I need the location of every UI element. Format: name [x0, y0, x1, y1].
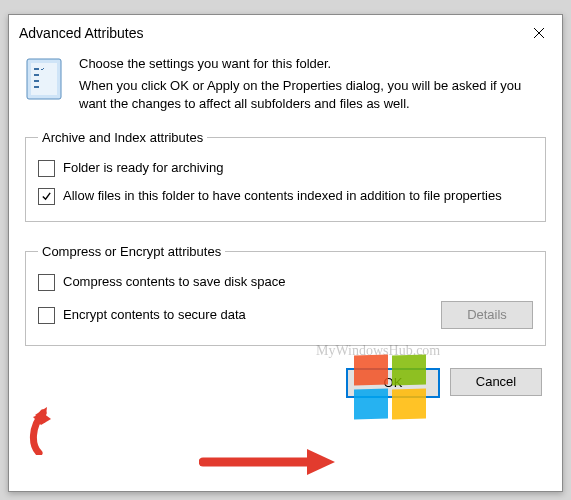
- encrypt-checkbox-label[interactable]: Encrypt contents to secure data: [63, 306, 246, 324]
- index-checkbox[interactable]: [38, 188, 55, 205]
- svg-marker-11: [307, 449, 335, 475]
- compress-checkbox[interactable]: [38, 274, 55, 291]
- compress-encrypt-group: Compress or Encrypt attributes Compress …: [25, 244, 546, 346]
- annotation-arrow-icon: [199, 447, 339, 477]
- details-button[interactable]: Details: [441, 301, 533, 329]
- svg-rect-3: [31, 63, 57, 95]
- intro-text: Choose the settings you want for this fo…: [79, 55, 546, 114]
- ok-button[interactable]: OK: [346, 368, 440, 398]
- intro-line-1: Choose the settings you want for this fo…: [79, 55, 546, 73]
- close-icon: [533, 27, 545, 39]
- window-title: Advanced Attributes: [19, 25, 144, 41]
- archive-index-group: Archive and Index attributes Folder is r…: [25, 130, 546, 222]
- svg-marker-8: [33, 413, 51, 425]
- dialog-content: Choose the settings you want for this fo…: [9, 51, 562, 410]
- archive-checkbox-row: Folder is ready for archiving: [38, 159, 533, 177]
- close-button[interactable]: [516, 15, 562, 51]
- compress-encrypt-legend: Compress or Encrypt attributes: [38, 244, 225, 259]
- index-checkbox-label[interactable]: Allow files in this folder to have conte…: [63, 187, 533, 205]
- advanced-attributes-dialog: Advanced Attributes C: [8, 14, 563, 492]
- archive-checkbox[interactable]: [38, 160, 55, 177]
- button-bar: OK Cancel: [25, 368, 546, 398]
- cancel-button[interactable]: Cancel: [450, 368, 542, 396]
- encrypt-checkbox[interactable]: [38, 307, 55, 324]
- intro-line-2: When you click OK or Apply on the Proper…: [79, 77, 546, 113]
- archive-index-legend: Archive and Index attributes: [38, 130, 207, 145]
- folder-settings-icon: [25, 57, 67, 104]
- titlebar: Advanced Attributes: [9, 15, 562, 51]
- intro-section: Choose the settings you want for this fo…: [25, 55, 546, 114]
- compress-checkbox-label[interactable]: Compress contents to save disk space: [63, 273, 286, 291]
- compress-checkbox-row: Compress contents to save disk space: [38, 273, 533, 291]
- annotation-arrow-icon: [21, 405, 61, 455]
- archive-checkbox-label[interactable]: Folder is ready for archiving: [63, 159, 533, 177]
- encrypt-checkbox-row: Encrypt contents to secure data Details: [38, 301, 533, 329]
- index-checkbox-row: Allow files in this folder to have conte…: [38, 187, 533, 205]
